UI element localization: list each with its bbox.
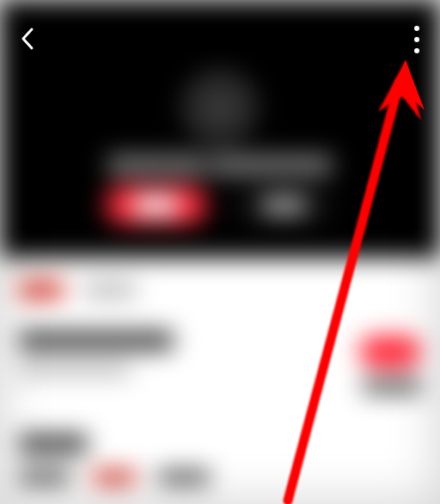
back-button[interactable]	[12, 19, 45, 61]
top-bar	[0, 0, 440, 69]
more-vertical-icon	[414, 26, 419, 31]
item1-title	[19, 330, 174, 351]
list-item-1[interactable]	[19, 330, 421, 394]
screen: LA ████████ ██████████ ████ ████	[0, 0, 440, 504]
tab-active[interactable]	[19, 280, 64, 299]
tab-inactive[interactable]	[84, 281, 136, 298]
item2-title	[19, 433, 88, 454]
profile-button-row: ████ ████	[0, 186, 440, 224]
blurred-content: LA ████████ ██████████ ████ ████	[0, 0, 440, 504]
item1-subtitle	[19, 363, 131, 377]
item2-meta3	[158, 470, 210, 485]
item2-meta1	[19, 470, 70, 485]
more-menu-button[interactable]	[409, 19, 425, 60]
tab-bar	[19, 280, 421, 299]
item1-price	[363, 378, 421, 394]
content-sheet	[0, 258, 440, 504]
secondary-action-button[interactable]: ████	[233, 186, 335, 224]
primary-action-button[interactable]: ████	[105, 186, 207, 224]
avatar[interactable]: LA	[181, 69, 259, 146]
avatar-glyph: LA	[210, 99, 230, 117]
profile-name: ████████ ██████████	[108, 155, 333, 175]
chevron-left-icon	[19, 26, 38, 52]
item2-meta2	[93, 470, 136, 485]
item1-action-button[interactable]	[359, 335, 421, 368]
list-item-2[interactable]	[19, 433, 421, 485]
